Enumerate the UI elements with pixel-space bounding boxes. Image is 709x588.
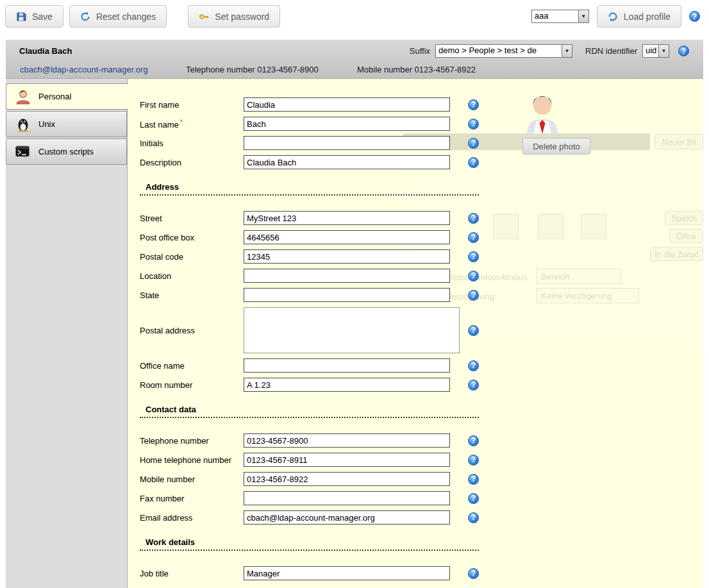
help-icon[interactable] [468,251,479,262]
help-icon[interactable] [468,325,479,336]
chevron-down-icon [562,45,572,57]
help-icon[interactable] [468,99,479,110]
field-row-home-telephone: Home telephone number [140,450,703,469]
top-toolbar: Save Reset changes Set password aaa Load… [0,0,709,40]
field-row-post-office-box: Post office box [140,228,703,247]
state-input[interactable] [244,288,450,302]
job-title-input[interactable] [244,566,450,580]
chevron-down-icon [578,10,588,22]
state-label: State [140,290,244,300]
mobile-input[interactable] [244,472,450,486]
last-name-input[interactable] [244,117,450,131]
account-email-link[interactable]: cbach@ldap-account-manager.org [20,62,148,78]
key-icon [199,12,209,22]
help-icon[interactable] [689,11,700,22]
telephone-input[interactable] [244,433,450,448]
refresh-icon [608,12,618,22]
initials-label: Initials [140,139,244,148]
help-icon[interactable] [468,290,479,301]
account-telephone-text: Telephone number 0123-4567-8900 [186,62,319,78]
mobile-label: Mobile number [140,475,244,484]
street-input[interactable] [244,211,450,225]
tab-personal-label: Personal [38,92,71,101]
section-work-details: Work details [140,537,479,551]
field-row-postal-address: Postal address [140,305,703,356]
help-icon[interactable] [468,493,479,504]
job-title-label: Job title [140,569,244,578]
required-marker: * [180,118,183,126]
section-address: Address [140,182,479,196]
delete-photo-button[interactable]: Delete photo [522,138,590,155]
help-icon[interactable] [468,232,479,243]
field-row-postal-code: Postal code [140,247,703,266]
undo-icon [80,12,90,22]
account-mobile-text: Mobile number 0123-4567-8922 [357,62,476,78]
help-icon[interactable] [468,213,479,224]
save-button[interactable]: Save [5,5,63,28]
section-contact-data: Contact data [140,405,479,418]
description-input[interactable] [244,155,450,169]
field-row-room-number: Room number [140,375,703,394]
tab-custom-scripts-label: Custom scripts [38,147,94,156]
page-title: Claudia Bach [19,46,72,56]
field-row-mobile: Mobile number [140,469,703,489]
chevron-down-icon [658,45,669,57]
header-controls: Suffix demo > People > test > de RDN ide… [410,44,689,58]
field-row-initials: Initials [140,133,703,153]
help-icon[interactable] [468,568,479,579]
reset-changes-button[interactable]: Reset changes [69,5,167,28]
home-telephone-input[interactable] [244,453,450,467]
personal-form: First name Last name* Initials Descripti… [128,79,703,588]
profile-select-value: aaa [532,10,578,22]
load-profile-label: Load profile [624,12,671,22]
field-row-office-name: Office name [140,356,703,375]
field-row-email: Email address [140,508,703,527]
help-icon[interactable] [468,271,479,281]
postal-address-textarea[interactable] [244,307,460,353]
content-area: Neuer Bil Speich Öffne In die Zwisc Bild… [6,79,703,588]
postal-code-input[interactable] [244,249,450,264]
save-icon [16,12,26,22]
location-input[interactable] [244,269,450,283]
initials-input[interactable] [244,136,450,150]
field-row-job-title: Job title [140,564,703,583]
help-icon[interactable] [468,474,479,485]
rdn-select[interactable]: uid [642,44,669,58]
telephone-label: Telephone number [140,436,244,446]
help-icon[interactable] [468,119,479,130]
fax-input[interactable] [244,491,450,505]
tab-personal[interactable]: Personal [6,83,128,110]
office-name-input[interactable] [244,358,450,373]
suffix-select[interactable]: demo > People > test > de [435,44,572,58]
help-icon[interactable] [678,46,689,56]
account-header-row1: Claudia Bach Suffix demo > People > test… [6,40,703,62]
field-row-location: Location [140,266,703,285]
set-password-label: Set password [215,12,269,22]
help-icon[interactable] [468,360,479,371]
module-sidebar: Personal Unix Custom scripts [6,79,128,588]
help-icon[interactable] [468,380,479,391]
set-password-button[interactable]: Set password [188,5,280,28]
post-office-box-input[interactable] [244,230,450,244]
tab-custom-scripts[interactable]: Custom scripts [6,139,127,165]
first-name-input[interactable] [244,97,450,112]
room-number-label: Room number [140,380,244,390]
help-icon[interactable] [468,157,479,168]
office-name-label: Office name [140,361,244,371]
account-header: Claudia Bach Suffix demo > People > test… [6,40,703,79]
room-number-input[interactable] [244,378,450,392]
fax-label: Fax number [140,494,244,503]
tab-unix[interactable]: Unix [6,111,127,137]
profile-select[interactable]: aaa [531,10,589,23]
help-icon[interactable] [468,455,479,466]
email-input[interactable] [244,510,450,525]
suffix-label: Suffix [410,46,430,56]
rdn-select-value: uid [643,45,658,57]
first-name-label: First name [140,100,244,110]
load-profile-button[interactable]: Load profile [597,5,681,28]
help-icon[interactable] [468,138,479,149]
help-icon[interactable] [468,435,479,446]
user-photo [525,92,560,134]
suffix-select-value: demo > People > test > de [436,45,562,57]
help-icon[interactable] [468,512,479,523]
